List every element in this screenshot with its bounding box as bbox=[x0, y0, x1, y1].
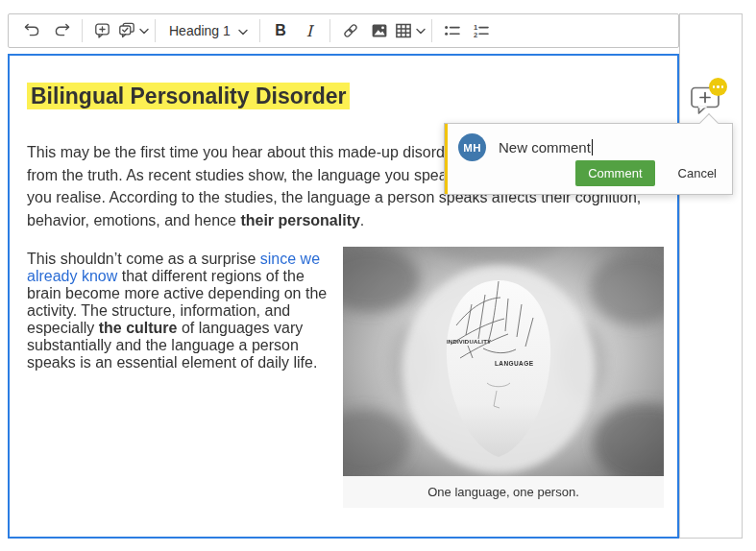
toolbar-separator bbox=[329, 19, 330, 42]
image-button[interactable] bbox=[365, 17, 394, 44]
heading-dropdown[interactable]: Heading 1 bbox=[161, 17, 254, 44]
user-avatar: MH bbox=[458, 133, 486, 161]
phrenology-head-photo: INDIVIDUALITY LANGUAGE bbox=[343, 247, 664, 476]
comments-archive-dropdown[interactable] bbox=[117, 17, 149, 44]
chevron-down-icon bbox=[139, 28, 149, 35]
paragraph-2-text: This shouldn’t come as a surprise bbox=[27, 251, 260, 267]
redo-button[interactable] bbox=[47, 17, 76, 44]
new-comment-popup: MH New comment Comment Cancel bbox=[444, 123, 733, 195]
svg-text:2: 2 bbox=[474, 31, 477, 39]
language-label: LANGUAGE bbox=[495, 360, 534, 367]
image-icon bbox=[370, 21, 389, 40]
bold-button[interactable]: B bbox=[266, 17, 295, 44]
italic-button[interactable]: I bbox=[295, 17, 324, 44]
add-comment-icon bbox=[93, 21, 112, 40]
bulleted-list-button[interactable] bbox=[438, 17, 467, 44]
chevron-down-icon bbox=[416, 28, 426, 35]
comments-archive-icon bbox=[117, 21, 136, 40]
paragraph-1-period: . bbox=[360, 212, 364, 228]
undo-icon bbox=[23, 21, 42, 40]
yellow-highlight: Bilingual Personality Disorder bbox=[27, 83, 350, 109]
undo-button[interactable] bbox=[18, 17, 47, 44]
table-icon bbox=[394, 21, 413, 40]
toolbar-separator bbox=[431, 19, 432, 42]
content-image-figure[interactable]: INDIVIDUALITY LANGUAGE One language, one… bbox=[343, 247, 664, 508]
bold-icon: B bbox=[275, 22, 286, 39]
add-comment-button[interactable] bbox=[88, 17, 117, 44]
editor-window: Heading 1 B I 12 bbox=[0, 0, 756, 551]
link-button[interactable] bbox=[336, 17, 365, 44]
comment-input-text: New comment bbox=[499, 139, 591, 156]
bulleted-list-icon bbox=[443, 21, 462, 40]
comment-thread-button[interactable] bbox=[690, 85, 722, 116]
toolbar-separator bbox=[82, 19, 83, 42]
comments-sidebar bbox=[679, 13, 743, 539]
redo-icon bbox=[52, 21, 71, 40]
heading-dropdown-label: Heading 1 bbox=[169, 23, 231, 38]
numbered-list-button[interactable]: 12 bbox=[467, 17, 496, 44]
document-title: Bilingual Personality Disorder bbox=[27, 81, 664, 112]
numbered-list-icon: 12 bbox=[472, 21, 491, 40]
toolbar-separator bbox=[155, 19, 156, 42]
unresolved-comment-badge bbox=[709, 78, 727, 96]
toolbar-separator bbox=[259, 19, 260, 42]
link-icon bbox=[341, 21, 360, 40]
comment-input[interactable]: New comment bbox=[499, 139, 593, 156]
comment-cancel-button[interactable]: Cancel bbox=[678, 166, 717, 180]
individuality-label: INDIVIDUALITY bbox=[447, 339, 491, 345]
italic-icon: I bbox=[306, 22, 312, 40]
paragraph-2-bold: the culture bbox=[99, 320, 178, 336]
image-caption[interactable]: One language, one person. bbox=[343, 476, 664, 508]
chevron-down-icon bbox=[238, 22, 248, 39]
paragraph-1-bold: their personality bbox=[240, 212, 359, 228]
comment-submit-button[interactable]: Comment bbox=[575, 160, 654, 186]
table-dropdown[interactable] bbox=[394, 17, 426, 44]
text-cursor bbox=[592, 139, 594, 156]
editor-toolbar: Heading 1 B I 12 bbox=[8, 13, 679, 48]
